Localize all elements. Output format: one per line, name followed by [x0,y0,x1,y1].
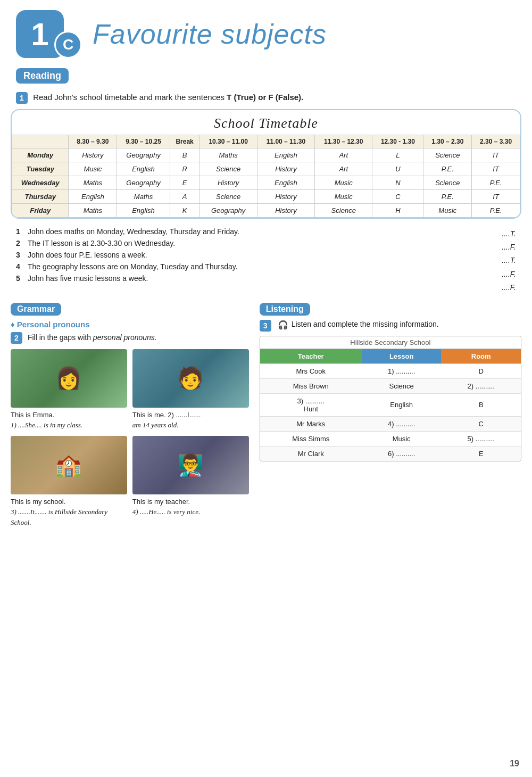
tf-answers: ....T.....F.....T.....F.....F. [502,227,516,294]
school-table-row: Miss Brown Science 2) .......... [260,378,521,393]
period-cell: Music [315,190,372,204]
lower-section: Grammar Personal pronouns 2 Fill in the … [11,303,521,528]
period-cell: History [69,148,117,162]
tf-num: 1 [16,227,28,236]
school-table-row: Mr Clark 6) .......... E [260,446,521,461]
room-cell: 2) .......... [441,378,521,393]
caption-line1: This is me. 2) ......I...... [132,411,201,419]
period-cell: P.E. [472,204,520,218]
tf-answer: ....F. [502,268,516,281]
tf-item: 3John does four P.E. lessons a week. [16,251,491,259]
period-cell: Maths [117,190,170,204]
grammar-label: Grammar [11,303,61,316]
period-cell: U [372,162,423,176]
period-cell: English [69,190,117,204]
tf-item: 5John has five music lessons a week. [16,274,491,283]
task2-bold: personal pronouns. [93,333,157,342]
caption-line1: This is Emma. [11,411,54,419]
listening-column: Listening 3 🎧 Listen and complete the mi… [260,303,521,528]
timetable: 8.30 – 9.30 9.30 – 10.25 Break 10.30 – 1… [12,135,520,218]
tf-num: 5 [16,274,28,283]
col-1030: 10.30 – 11.00 [200,135,257,148]
teacher-cell: Miss Brown [260,378,362,393]
period-cell: P.E. [423,190,472,204]
school-table-row: Miss Simms Music 5) .......... [260,431,521,446]
room-cell: E [441,446,521,461]
photo-caption: This is my school. 3) .......It....... i… [11,497,127,528]
break-cell: R [170,162,200,176]
tf-items: 1John does maths on Monday, Wednesday, T… [16,227,491,294]
day-cell: Tuesday [12,162,69,176]
lesson-cell: Science [362,378,442,393]
period-cell: Maths [200,148,257,162]
timetable-row: Thursday English Maths A Science History… [12,190,520,204]
col-1100: 11.00 – 11.30 [257,135,314,148]
period-cell: History [257,190,314,204]
caption-line2: 1) ....She.... is in my class. [11,421,82,429]
period-cell: Science [200,162,257,176]
period-cell: English [257,176,314,190]
teacher-cell: Miss Simms [260,431,362,446]
task2-number: 2 [11,332,22,344]
period-cell: History [257,162,314,176]
tf-item: 4The geography lessons are on Monday, Tu… [16,262,491,271]
period-cell: Science [315,204,372,218]
period-cell: Geography [117,148,170,162]
lesson-cell: English [362,393,442,416]
photo-grid: 👩 This is Emma. 1) ....She.... is in my … [11,349,249,528]
col-lesson: Lesson [362,349,442,364]
photo-image: 🧑 [132,349,249,408]
col-930: 9.30 – 10.25 [117,135,170,148]
photo-item: 🏫 This is my school. 3) .......It.......… [11,436,127,528]
reading-section-label: Reading [0,64,532,89]
teacher-cell: Mr Clark [260,446,362,461]
school-table-title: Hillside Secondary School [260,336,521,349]
task3-instruction: 3 🎧 Listen and complete the missing info… [260,320,521,332]
break-cell: K [170,204,200,218]
period-cell: N [372,176,423,190]
timetable-title: School Timetable [12,110,520,135]
col-1130: 11.30 – 12.30 [315,135,372,148]
timetable-row: Monday History Geography B Maths English… [12,148,520,162]
day-cell: Wednesday [12,176,69,190]
photo-image: 🏫 [11,436,127,494]
period-cell: Geography [200,204,257,218]
tf-text: The geography lessons are on Monday, Tue… [28,262,238,271]
col-room: Room [441,349,521,364]
timetable-row: Friday Maths English K Geography History… [12,204,520,218]
period-cell: Science [423,176,472,190]
period-cell: IT [472,148,520,162]
teacher-cell: 3) .......... Hunt [260,393,362,416]
break-cell: A [170,190,200,204]
tf-answer: ....F. [502,241,516,254]
period-cell: Maths [69,204,117,218]
room-cell: 5) .......... [441,431,521,446]
photo-item: 👩 This is Emma. 1) ....She.... is in my … [11,349,127,431]
period-cell: P.E. [423,162,472,176]
task2-text: Fill in the gaps with [28,333,93,342]
reading-label: Reading [16,68,69,84]
break-cell: B [170,148,200,162]
task1-text: Read John's school timetable and mark th… [33,93,227,102]
grammar-column: Grammar Personal pronouns 2 Fill in the … [11,303,249,528]
period-cell: English [257,148,314,162]
photo-caption: This is Emma. 1) ....She.... is in my cl… [11,410,127,431]
tf-num: 2 [16,239,28,247]
badge-container: 1 C [16,10,82,59]
timetable-container: School Timetable 8.30 – 9.30 9.30 – 10.2… [11,109,521,219]
period-cell: English [117,204,170,218]
timetable-row: Tuesday Music English R Science History … [12,162,520,176]
period-cell: Music [315,176,372,190]
period-cell: C [372,190,423,204]
caption-line1: This is my school. [11,498,65,506]
caption-line2: 4) .....He..... is very nice. [132,508,200,516]
task1-instruction: 1 Read John's school timetable and mark … [0,89,532,109]
page-title: Favourite subjects [93,18,327,50]
task2-instruction: 2 Fill in the gaps with personal pronoun… [11,332,249,344]
tf-text: John does maths on Monday, Wednesday, Th… [28,227,239,236]
photo-image: 👩 [11,349,127,408]
day-cell: Thursday [12,190,69,204]
tf-answer: ....T. [502,227,516,241]
period-cell: Science [200,190,257,204]
chapter-letter: C [54,31,82,59]
